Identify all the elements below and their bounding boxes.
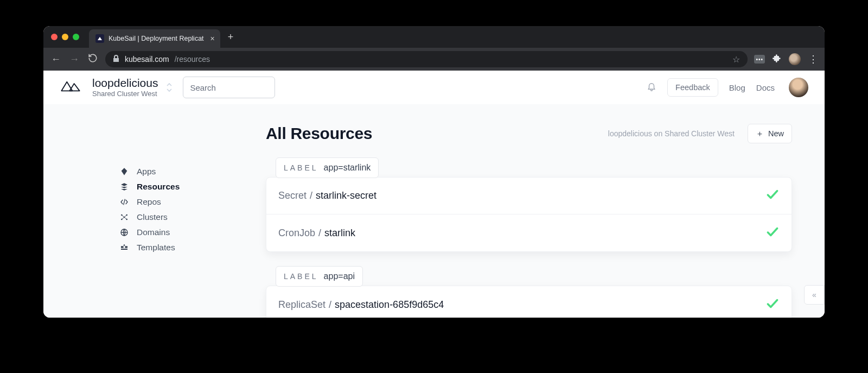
label-word: LABEL <box>284 272 318 281</box>
status-ok-icon <box>765 225 780 242</box>
svg-rect-6 <box>121 246 124 248</box>
minimize-window-button[interactable] <box>62 34 68 40</box>
resource-kind: CronJob <box>278 227 315 239</box>
resource-card: ReplicaSet / spacestation-685f9d65c4 <box>266 286 792 318</box>
address-bar[interactable]: kubesail.com/resources ☆ <box>105 51 748 67</box>
chevron-double-left-icon: « <box>812 290 816 299</box>
label-tag: LABELapp=starlink <box>276 157 379 178</box>
repos-icon <box>119 198 129 206</box>
reload-button[interactable] <box>87 53 99 66</box>
tab-favicon <box>95 34 104 43</box>
resource-name: starlink-secret <box>316 190 376 201</box>
sidebar-item-label: Domains <box>137 227 170 237</box>
lock-icon <box>113 55 119 64</box>
collapse-panel-button[interactable]: « <box>804 285 825 305</box>
plus-icon: ＋ <box>756 129 764 139</box>
nav-blog[interactable]: Blog <box>729 83 745 92</box>
status-ok-icon <box>765 187 780 204</box>
context-updown-icon[interactable] <box>167 83 172 92</box>
label-value: app=api <box>324 271 355 281</box>
context-name: loopdelicious <box>92 77 158 90</box>
url-domain: kubesail.com <box>125 55 169 64</box>
sidebar-item-label: Templates <box>137 243 175 252</box>
svg-rect-8 <box>121 249 127 250</box>
app-header: loopdelicious Shared Cluster West Feedba… <box>43 71 825 104</box>
page-heading-row: All Resources loopdelicious on Shared Cl… <box>266 124 792 143</box>
sidebar-item-label: Resources <box>137 182 180 192</box>
label-tag: LABELapp=api <box>276 266 363 287</box>
browser-tabstrip: KubeSail | Deployment Replicat × + <box>43 26 825 48</box>
maximize-window-button[interactable] <box>73 34 79 40</box>
status-ok-icon <box>765 296 780 313</box>
resource-row[interactable]: CronJob / starlink <box>266 214 792 251</box>
sidebar-item-domains[interactable]: Domains <box>119 225 255 240</box>
browser-menu-button[interactable]: ⋮ <box>808 53 818 65</box>
feedback-button[interactable]: Feedback <box>667 78 718 97</box>
bookmark-star-icon[interactable]: ☆ <box>732 54 740 65</box>
tab-title: KubeSail | Deployment Replicat <box>108 35 204 42</box>
tab-close-button[interactable]: × <box>210 34 215 43</box>
svg-rect-7 <box>125 246 127 248</box>
toolbar-badge[interactable]: ••• <box>754 55 765 64</box>
sidebar-item-clusters[interactable]: Clusters <box>119 210 255 225</box>
templates-icon <box>119 243 129 252</box>
new-button[interactable]: ＋ New <box>748 124 792 143</box>
context-sub: Shared Cluster West <box>92 90 158 98</box>
toolbar-right: ••• ⋮ <box>754 53 818 65</box>
app-body: AppsResourcesReposClustersDomainsTemplat… <box>43 104 825 318</box>
sidebar-item-repos[interactable]: Repos <box>119 194 255 210</box>
sidebar: AppsResourcesReposClustersDomainsTemplat… <box>43 104 255 318</box>
new-tab-button[interactable]: + <box>228 31 234 43</box>
sidebar-item-resources[interactable]: Resources <box>119 179 255 194</box>
resource-kind: ReplicaSet <box>278 299 326 311</box>
extensions-icon[interactable] <box>773 54 781 65</box>
clusters-icon <box>119 213 129 222</box>
nav-docs[interactable]: Docs <box>756 83 775 92</box>
sidebar-item-templates[interactable]: Templates <box>119 240 255 255</box>
browser-toolbar: ← → kubesail.com/resources ☆ ••• ⋮ <box>43 48 825 71</box>
notifications-icon[interactable] <box>647 81 656 93</box>
browser-window: KubeSail | Deployment Replicat × + ← → k… <box>43 26 825 318</box>
search-input[interactable] <box>183 77 275 98</box>
sidebar-item-label: Clusters <box>137 212 168 222</box>
sidebar-item-apps[interactable]: Apps <box>119 164 255 179</box>
resources-icon <box>119 182 129 191</box>
sidebar-item-label: Repos <box>137 197 161 207</box>
resource-name: starlink <box>324 227 355 239</box>
domains-icon <box>119 228 129 237</box>
context-selector[interactable]: loopdelicious Shared Cluster West <box>92 77 158 98</box>
resource-name: spacestation-685f9d65c4 <box>335 299 444 311</box>
label-value: app=starlink <box>324 163 371 173</box>
resource-row[interactable]: ReplicaSet / spacestation-685f9d65c4 <box>266 286 792 318</box>
sidebar-item-label: Apps <box>137 167 156 176</box>
page-title: All Resources <box>266 124 372 143</box>
forward-button[interactable]: → <box>68 54 80 65</box>
resource-row[interactable]: Secret / starlink-secret <box>266 178 792 214</box>
window-controls <box>51 34 79 40</box>
page-viewport: loopdelicious Shared Cluster West Feedba… <box>43 71 825 318</box>
breadcrumb: loopdelicious on Shared Cluster West <box>608 129 735 138</box>
url-path: /resources <box>175 55 210 64</box>
new-button-label: New <box>768 129 784 138</box>
app-logo[interactable] <box>60 79 81 96</box>
resource-kind: Secret <box>278 190 307 201</box>
back-button[interactable]: ← <box>50 54 62 65</box>
close-window-button[interactable] <box>51 34 58 40</box>
main-content: All Resources loopdelicious on Shared Cl… <box>255 104 825 318</box>
label-word: LABEL <box>284 163 318 172</box>
resource-card: Secret / starlink-secretCronJob / starli… <box>266 177 792 252</box>
apps-icon <box>119 167 129 176</box>
user-avatar[interactable] <box>789 78 808 97</box>
browser-tab[interactable]: KubeSail | Deployment Replicat × <box>89 29 220 48</box>
browser-profile-avatar[interactable] <box>789 53 801 65</box>
